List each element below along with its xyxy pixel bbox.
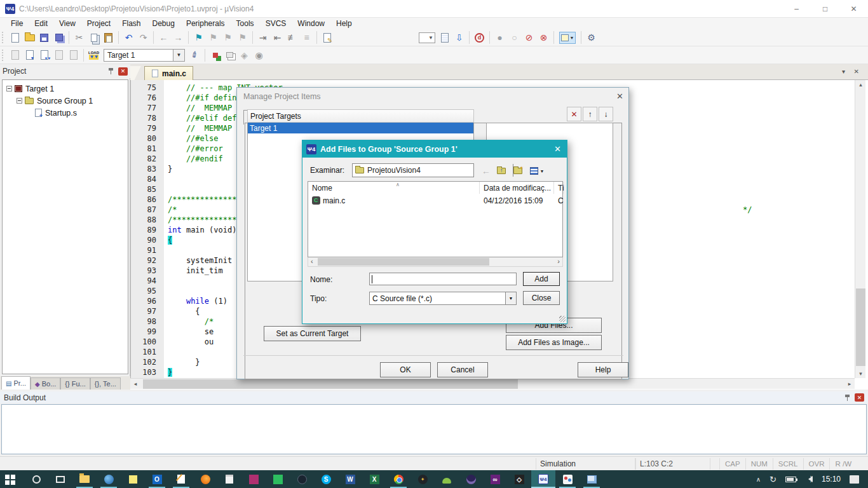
translate-icon[interactable] [8,48,22,62]
sticky-notes[interactable] [121,470,145,488]
target-select-dropdown-icon[interactable]: ▼ [173,49,185,62]
start-stop-debug-icon[interactable]: d [472,30,487,44]
project-window-toggle[interactable]: ▼ [557,30,578,44]
save-all-icon[interactable] [51,30,66,44]
sync-icon[interactable]: ↻ [770,475,776,484]
pin-icon[interactable] [844,394,851,402]
tab-close-icon[interactable]: ✕ [854,68,859,75]
stop-build-icon[interactable] [66,48,81,62]
pin-icon[interactable] [107,67,115,75]
action-center-icon[interactable] [850,475,859,484]
resize-grip[interactable] [559,316,566,322]
scroll-right-icon[interactable]: › [557,257,560,265]
excel[interactable]: X [362,470,386,488]
menu-project[interactable]: Project [81,18,116,29]
scroll-left-icon[interactable]: ‹ [311,257,313,265]
calculator[interactable] [217,470,241,488]
project-targets-column-header[interactable]: Project Targets [247,109,474,123]
toggle-bookmark-icon[interactable]: ⚑ [191,30,206,44]
task-view-button[interactable] [48,470,72,488]
comment-selection-icon[interactable]: ≢ [285,30,299,44]
add-button[interactable]: Add [523,272,560,286]
volume-icon[interactable] [805,476,813,482]
maximize-button[interactable]: □ [811,0,839,18]
paint-app[interactable] [555,470,580,488]
app-dark-orb[interactable] [290,470,314,488]
new-folder-icon[interactable] [511,165,525,177]
firefox[interactable] [193,470,217,488]
clear-bookmarks-icon[interactable]: ⚑ [235,30,250,44]
android-studio[interactable] [435,470,459,488]
app-magenta[interactable] [241,470,266,488]
build-icon[interactable] [22,48,37,62]
skype[interactable]: S [314,470,338,488]
file-list-horizontal-scrollbar[interactable]: ‹ › [308,257,563,267]
target-list-item[interactable]: Target 1 [248,123,473,133]
dialog-title-bar[interactable]: Ψ4 Add Files to Group 'Source Group 1' ✕ [302,140,567,158]
file-list[interactable]: ∧ NomeData de modificaç...Timain.c04/12/… [308,181,563,257]
kill-all-breakpoints-icon[interactable]: ⊗ [536,30,551,44]
delete-item-icon[interactable]: ✕ [567,107,581,121]
eclipse[interactable] [459,470,483,488]
tree-expander-icon[interactable] [6,86,12,92]
diamond-icon[interactable]: ◈ [237,48,252,62]
target-options-icon[interactable]: ✐ [187,48,202,62]
close-button[interactable]: Close [523,291,560,305]
image-viewer[interactable] [580,470,604,488]
enable-disable-breakpoint-icon[interactable]: ○ [507,30,522,44]
move-up-icon[interactable]: ↑ [583,107,597,121]
up-one-level-icon[interactable] [494,165,508,177]
search-combo[interactable]: ▼ [417,30,437,44]
tree-expander-icon[interactable] [17,98,22,104]
batch-build-icon[interactable] [51,48,66,62]
close-button[interactable]: ✕ [839,0,868,18]
start-button[interactable] [0,470,24,488]
indent-right-icon[interactable]: ⇥ [255,30,270,44]
back-icon[interactable]: ← [479,165,493,177]
file-type-dropdown-icon[interactable]: ▼ [505,292,516,304]
project-panel-close-icon[interactable]: ✕ [118,67,128,76]
cancel-button[interactable]: Cancel [437,362,488,377]
file-row-name[interactable]: main.c [312,195,477,206]
build-output-content[interactable] [1,404,867,454]
add-files-as-image-button[interactable]: Add Files as Image... [506,335,602,350]
help-button[interactable]: Help [578,362,628,377]
tree-item-startup-s[interactable]: Startup.s [3,107,128,119]
panel-tab-pr[interactable]: ▤Pr... [1,376,31,390]
horizontal-scroll-thumb[interactable] [143,379,518,389]
indent-left-icon[interactable]: ⇤ [270,30,285,44]
cut-icon[interactable]: ✂ [72,30,86,44]
manage-rte-icon[interactable] [208,48,222,62]
tab-main-c[interactable]: main.c [144,66,193,80]
battery-icon[interactable] [785,477,796,482]
redo-icon[interactable]: ↷ [136,30,151,44]
view-menu-icon[interactable]: ▼ [527,165,546,177]
uncomment-selection-icon[interactable]: ≡ [299,30,314,44]
set-as-current-target-button[interactable]: Set as Current Target [264,326,361,341]
visual-studio[interactable]: ∞ [483,470,507,488]
windows-layout-icon[interactable] [222,48,237,62]
menu-peripherals[interactable]: Peripherals [180,18,231,29]
undo-icon[interactable]: ↶ [121,30,136,44]
menu-debug[interactable]: Debug [147,18,180,29]
navigate-forward-icon[interactable]: → [171,30,186,44]
scroll-left-icon[interactable]: ◂ [132,381,139,387]
menu-view[interactable]: View [53,18,81,29]
download-icon[interactable]: LOAD▼▼ [86,48,101,62]
scroll-thumb[interactable] [318,258,489,266]
find-in-files-icon[interactable] [437,30,452,44]
new-file-icon[interactable] [8,30,22,44]
menu-tools[interactable]: Tools [231,18,260,29]
evernote[interactable] [266,470,290,488]
column-header-nome[interactable]: Nome [308,182,480,194]
outlook[interactable]: O [145,470,169,488]
filename-input[interactable] [369,273,517,285]
uvision-active[interactable]: Ψ4 [531,470,555,488]
editor-vertical-scrollbar[interactable]: ▴ ▾ [855,80,865,378]
tray-expand-icon[interactable]: ∧ [756,476,761,483]
cortana-button[interactable] [24,470,48,488]
insert-breakpoint-icon[interactable]: ● [492,30,507,44]
folder-select[interactable]: ProjetouVision4 ▼ [352,163,474,177]
scroll-right-icon[interactable]: ▸ [846,381,853,387]
copy-icon[interactable] [86,30,101,44]
